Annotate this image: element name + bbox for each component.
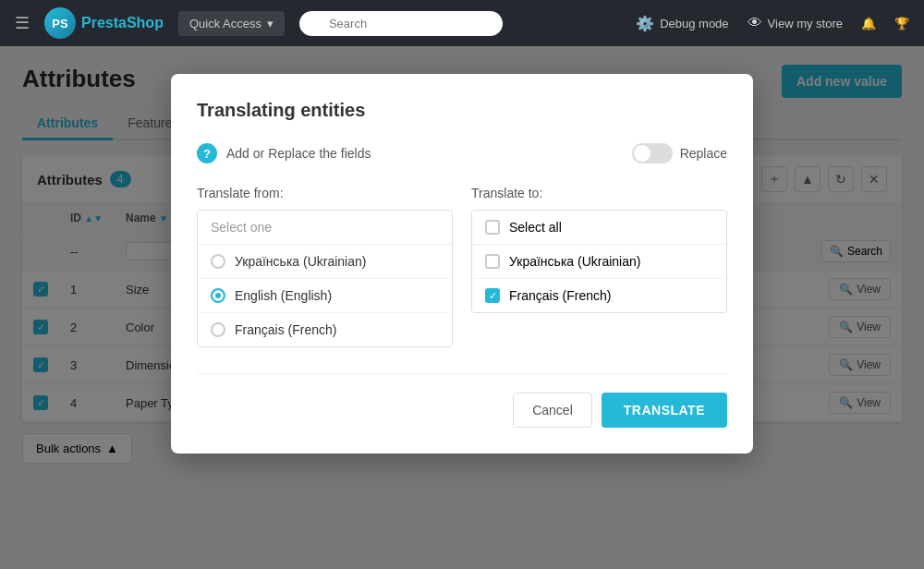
top-search-input[interactable] <box>299 11 503 36</box>
modal-footer: Cancel TRANSLATE <box>197 393 727 428</box>
cb-french[interactable]: ✓ <box>485 288 500 303</box>
radio-ukrainian <box>211 254 225 269</box>
translate-to-label: Translate to: <box>471 186 727 200</box>
top-nav: ☰ PS PrestaShop Quick Access ▾ 🔍 ⚙️ Debu… <box>0 0 924 46</box>
translate-columns: Translate from: Select one Українська (U… <box>197 186 727 347</box>
checkbox-french-label: Français (French) <box>509 288 611 303</box>
checkbox-select-all[interactable] <box>485 220 500 235</box>
modal-divider <box>197 373 727 374</box>
search-wrapper: 🔍 <box>299 11 503 36</box>
logo-area: PS PrestaShop <box>44 7 164 39</box>
radio-french <box>211 322 225 337</box>
select-all-row[interactable]: Select all <box>472 211 726 245</box>
trophy-icon[interactable]: 🏆 <box>894 17 909 30</box>
hamburger-icon[interactable]: ☰ <box>15 13 30 33</box>
gear-icon: ⚙️ <box>636 15 654 32</box>
toggle-wrapper: Replace <box>632 143 727 163</box>
translate-from-label: Translate from: <box>197 186 453 200</box>
checkbox-to-box: Select all Українська (Ukrainian) ✓ Fran… <box>471 210 727 313</box>
checkbox-ukrainian-label: Українська (Ukrainian) <box>509 254 640 269</box>
checkbox-ukrainian-to[interactable]: Українська (Ukrainian) <box>472 245 726 279</box>
toggle-label: Replace <box>680 146 727 161</box>
content-area: Attributes Add new value Attributes Feat… <box>0 46 924 569</box>
modal-title: Translating entities <box>197 100 727 121</box>
translate-from-col: Translate from: Select one Українська (U… <box>197 186 453 347</box>
cb-ukrainian[interactable] <box>485 254 500 269</box>
checkbox-french-to[interactable]: ✓ Français (French) <box>472 279 726 312</box>
radio-english <box>211 288 225 303</box>
select-one-placeholder: Select one <box>198 211 452 245</box>
modal-subtitle-text: Add or Replace the fields <box>226 146 371 161</box>
option-english-label: English (English) <box>235 288 332 303</box>
option-french-from[interactable]: Français (French) <box>198 313 452 346</box>
translate-modal: Translating entities ? Add or Replace th… <box>171 74 753 454</box>
debug-mode-item[interactable]: ⚙️ Debug mode <box>636 15 728 32</box>
debug-mode-label: Debug mode <box>660 17 728 30</box>
eye-icon: 👁 <box>748 15 762 31</box>
toggle-slider <box>632 143 673 163</box>
option-ukrainian-label: Українська (Ukrainian) <box>235 254 366 269</box>
logo-icon: PS <box>44 7 76 39</box>
help-icon: ? <box>197 143 217 163</box>
option-ukrainian[interactable]: Українська (Ukrainian) <box>198 245 452 279</box>
modal-subtitle-row: ? Add or Replace the fields Replace <box>197 143 727 163</box>
notifications-icon[interactable]: 🔔 <box>861 17 876 30</box>
chevron-down-icon: ▾ <box>267 17 274 30</box>
main-layout: Attributes Add new value Attributes Feat… <box>0 46 924 569</box>
option-french-from-label: Français (French) <box>235 322 336 337</box>
option-english[interactable]: English (English) <box>198 279 452 313</box>
translate-to-col: Translate to: Select all Українська (Ukr… <box>471 186 727 347</box>
select-all-label: Select all <box>509 220 562 235</box>
view-store-item[interactable]: 👁 View my store <box>748 15 843 31</box>
quick-access-label: Quick Access <box>189 17 261 30</box>
logo-text: PrestaShop <box>81 15 164 31</box>
quick-access-button[interactable]: Quick Access ▾ <box>178 11 285 36</box>
cancel-button[interactable]: Cancel <box>513 393 592 428</box>
nav-actions: ⚙️ Debug mode 👁 View my store 🔔 🏆 <box>636 15 909 32</box>
view-store-label: View my store <box>768 17 843 30</box>
replace-toggle[interactable] <box>632 143 673 163</box>
translate-button[interactable]: TRANSLATE <box>602 393 727 428</box>
select-from-box: Select one Українська (Ukrainian) Englis… <box>197 210 453 347</box>
